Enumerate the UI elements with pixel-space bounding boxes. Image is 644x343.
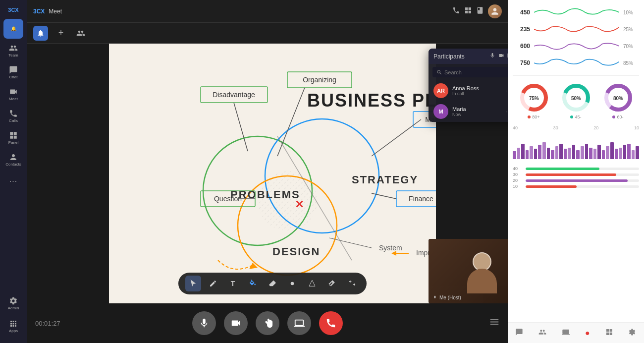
h-bar-30: 30 [513,172,639,177]
topbar-grid-icon[interactable] [464,6,472,16]
sidebar-item-apps[interactable]: Apps [3,316,23,336]
bar-item [526,150,529,159]
sidebar-item-chat[interactable]: Chat [3,62,23,82]
sidebar-item-contacts[interactable]: Contacts [3,150,23,170]
self-video-inner [429,239,508,303]
bar-chart [513,131,639,161]
pen-tool[interactable] [205,276,221,291]
bar-item [547,148,550,159]
search-input[interactable] [444,69,508,75]
bar-item [542,142,546,159]
sidebar: 3CX 🔔 Team Chat Meet Calls Panel Contact… [0,0,27,343]
bar-item [568,148,571,159]
text-tool[interactable]: T [225,276,241,291]
second-bar: + [27,23,508,44]
bell-icon: 🔔 [11,26,16,31]
main-content: 3CX Meet + [27,0,508,343]
calls-icon [9,109,18,118]
participant-status: In call [452,91,502,96]
panel-header: Participants ✕ [429,49,508,64]
bar-item [538,145,541,159]
svg-text:Organizing: Organizing [303,76,336,84]
svg-text:STRATEGY: STRATEGY [352,173,418,186]
h-bar-fill [526,185,577,188]
panel-camera-icon[interactable] [498,53,504,60]
point-tool[interactable] [284,276,300,291]
sidebar-item-more[interactable]: ··· [3,172,23,191]
h-bar-20: 20 [513,178,639,183]
ctrl-people-icon[interactable] [538,328,546,338]
svg-text:Question: Question [214,195,242,203]
sidebar-item-calls[interactable]: Calls [3,106,23,126]
more-options-button[interactable] [489,317,500,330]
ctrl-settings-icon[interactable] [628,328,636,338]
topbar-logo-text: 3CX [33,8,45,15]
chart-label-450: 450 [513,9,530,16]
topbar-book-icon[interactable] [476,6,484,16]
arrow-tool[interactable] [344,276,360,291]
bar-item [517,148,521,159]
sidebar-item-panel[interactable]: Panel [3,128,23,148]
notifications-bell[interactable] [33,26,48,41]
fill-tool[interactable] [245,276,261,291]
mic-button[interactable] [192,311,216,335]
right-panel: 450 10% 235 25% 600 70% [508,0,644,343]
ctrl-chat-icon[interactable] [515,328,523,338]
eraser-tool[interactable] [265,276,280,291]
h-bar-track [526,179,639,182]
sidebar-team-label: Team [8,54,18,57]
bar-item [619,148,622,159]
sidebar-logo-text: 3CX [8,7,18,13]
donut-80: 80% 60- [603,83,633,119]
svg-point-36 [291,282,294,286]
svg-text:BUSINESS PL: BUSINESS PL [307,90,436,111]
topbar-logo: 3CX [33,8,45,15]
sidebar-item-notifications[interactable]: 🔔 [3,19,23,39]
shape-tool[interactable] [304,276,320,291]
h-bars-section: 40 30 20 10 [513,165,639,190]
ctrl-layout-icon[interactable] [605,328,613,338]
sidebar-logo: 3CX [0,4,27,18]
hand-button[interactable] [256,311,279,335]
pen2-tool[interactable] [324,276,340,291]
end-call-button[interactable] [319,311,343,335]
participant-mute-icon[interactable]: ··· [506,88,508,94]
donut-label-75: 80+ [528,114,539,119]
bar-item [559,144,563,159]
sidebar-item-meet[interactable]: Meet [3,84,23,104]
topbar-phone-icon[interactable] [452,6,460,16]
more-icon: ··· [9,177,17,186]
sidebar-item-admin[interactable]: Admin [3,293,23,313]
select-tool[interactable] [185,276,201,291]
line-chart-svg-235 [534,22,619,37]
bar-item [572,145,576,159]
participant-mute-icon2[interactable]: ··· [506,109,508,114]
ctrl-screen-icon[interactable] [562,328,570,338]
user-avatar[interactable] [488,4,502,18]
sidebar-item-team[interactable]: Team [3,41,23,60]
chart-pct-750: 85% [623,60,639,66]
svg-text:System: System [379,244,402,252]
line-chart-svg-750 [534,56,619,70]
apps-icon [9,319,18,328]
bar-item [606,146,609,159]
panel-mic-icon[interactable] [489,53,495,60]
bar-item [564,149,567,159]
chart-label-235: 235 [513,26,530,33]
camera-button[interactable] [224,311,248,335]
panel-screen-icon[interactable] [507,53,508,60]
timer: 00:01:27 [35,320,60,327]
donut-50: 50% 45- [561,83,591,119]
controls-bottom-bar: ● [508,322,644,343]
bar-item [593,149,597,159]
participants-button[interactable] [74,26,88,40]
ctrl-record-icon[interactable]: ● [585,329,590,338]
sidebar-admin-label: Admin [8,306,19,310]
sidebar-apps-label: Apps [9,329,18,333]
screen-share-button[interactable] [287,311,311,335]
self-video-label: Me (Host) [432,295,461,300]
add-button[interactable]: + [54,26,68,40]
panel-search: ✕ [432,67,508,77]
topbar-meet: Meet [49,8,62,15]
admin-icon [9,296,18,305]
